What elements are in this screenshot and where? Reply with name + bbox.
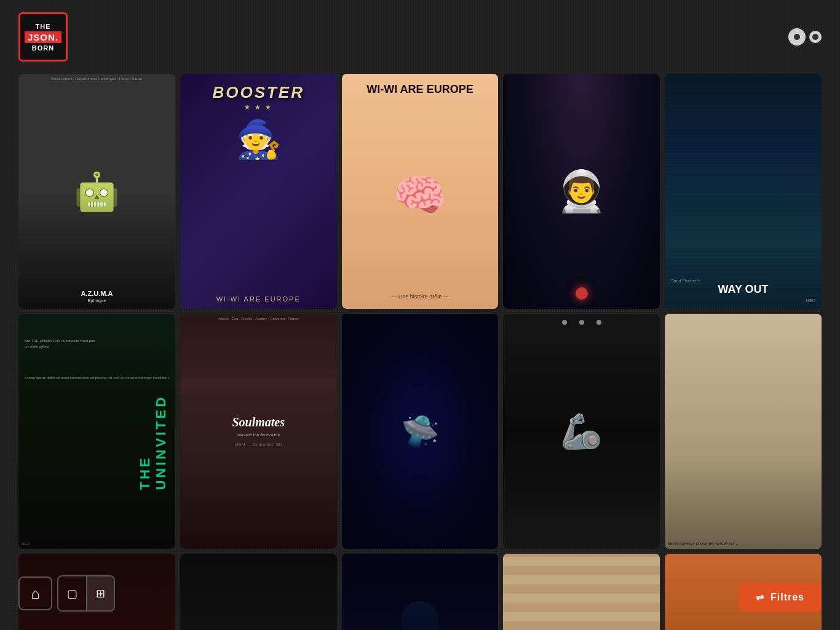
booster-bottom: WI-WI ARE EUROPE (216, 295, 301, 303)
way-out-studio: HE/J (671, 298, 815, 303)
astronaut-orb (576, 287, 588, 300)
nest-visual: ION PROJECT NEST 🔵 (342, 554, 499, 630)
robot-stand-icon: 🦾 (560, 412, 603, 452)
view-grid-button[interactable]: ⊞ (86, 576, 114, 610)
view-toggle: ▢ ⊞ (57, 575, 115, 612)
soulmates-visual: Alexia · Eva · Aurélie · Audrey · Calver… (180, 314, 337, 549)
card-way-out[interactable]: Sand Fischeri's WAY OUT HE/J (665, 74, 822, 309)
uninvited-studio: HE/J (22, 542, 30, 546)
booster-char: 🧙 (236, 118, 282, 161)
left-pupil (794, 34, 800, 40)
david-visual: DAVID VS GOLIATH (180, 554, 337, 630)
card-azuma[interactable]: Brest-Lorient / Département Numérique / … (18, 74, 175, 309)
robot-stand-visual: 🦾 (503, 314, 660, 549)
view-single-icon: ▢ (67, 587, 77, 600)
booster-subtitle: ★ ★ ★ (244, 103, 272, 111)
wiwi-visual: WI-WI ARE EUROPE 🧠 — Une histoire drôle … (342, 74, 499, 309)
wiwi-char: 🧠 (393, 170, 446, 220)
home-button[interactable]: ⌂ (18, 576, 52, 610)
uninvited-visual: Sur THE UNINVITED, la curiosité n'est pa… (18, 314, 175, 549)
desert-visual: lâché quelque chose de terrible sur... (665, 314, 822, 549)
right-pupil (812, 34, 818, 40)
card-david[interactable]: DAVID VS GOLIATH (180, 554, 337, 630)
card-desert[interactable]: lâché quelque chose de terrible sur... (665, 314, 822, 549)
dark-ship-visual: 🛸 (342, 314, 499, 549)
way-out-visual: Sand Fischeri's WAY OUT HE/J (665, 74, 822, 309)
azuma-subtitle: Épilogue (88, 298, 106, 303)
robot-stand-lights (562, 320, 601, 325)
card-nest[interactable]: ION PROJECT NEST 🔵 (342, 554, 499, 630)
soulmates-sub: Invoque ton âme-sœur (237, 433, 280, 437)
filtres-icon: ⇌ (756, 591, 764, 603)
view-single-button[interactable]: ▢ (58, 576, 86, 610)
booster-title: BOOSTER (212, 83, 304, 102)
right-eye (809, 31, 822, 43)
azuma-overlay: A.Z.U.M.A Épilogue (18, 74, 175, 309)
soulmates-studio: HE/J — Animation 3D (235, 442, 282, 447)
soulmates-title: Soulmates (232, 415, 285, 429)
view-grid-icon: ⊞ (96, 587, 105, 600)
astronaut-icon: 👨‍🚀 (557, 168, 606, 215)
booster-visual: BOOSTER ★ ★ ★ 🧙 WI-WI ARE EUROPE (180, 74, 337, 309)
uninvited-text: Sur THE UNINVITED, la curiosité n'est pa… (25, 338, 98, 349)
dark-ship-icon: 🛸 (401, 413, 439, 449)
home-icon: ⌂ (31, 585, 40, 602)
card-wiwi[interactable]: WI-WI ARE EUROPE 🧠 — Une histoire drôle … (342, 74, 499, 309)
card-booster[interactable]: BOOSTER ★ ★ ★ 🧙 WI-WI ARE EUROPE (180, 74, 337, 309)
card-soulmates[interactable]: Alexia · Eva · Aurélie · Audrey · Calver… (180, 314, 337, 549)
logo[interactable]: THE JSON. BORN (18, 12, 68, 62)
astronaut-visual: 👨‍🚀 (503, 74, 660, 309)
logo-line3: BORN (32, 44, 54, 52)
desert-caption: lâché quelque chose de terrible sur... (668, 541, 818, 546)
card-grid: Brest-Lorient / Département Numérique / … (0, 74, 840, 630)
avatar-eyes (788, 28, 822, 46)
header: THE JSON. BORN (0, 0, 840, 74)
way-out-brand: Sand Fischeri's (671, 279, 815, 283)
wiwi-bottom: — Une histoire drôle — (391, 293, 449, 300)
header-icons (788, 28, 822, 46)
way-out-title: WAY OUT (671, 283, 815, 296)
soulmates-authors: Alexia · Eva · Aurélie · Audrey · Calver… (183, 317, 334, 321)
wiwi-title: WI-WI ARE EUROPE (367, 83, 473, 97)
brave-visual: BRAVE (503, 554, 660, 630)
card-dark-ship[interactable]: 🛸 (342, 314, 499, 549)
filtres-button[interactable]: ⇌ Filtres (739, 583, 822, 612)
card-brave[interactable]: BRAVE (503, 554, 660, 630)
azuma-title: A.Z.U.M.A (81, 290, 113, 297)
card-uninvited[interactable]: Sur THE UNINVITED, la curiosité n'est pa… (18, 314, 175, 549)
card-astronaut[interactable]: 👨‍🚀 (503, 74, 660, 309)
left-eye (788, 28, 806, 46)
card-robot-stand[interactable]: 🦾 (503, 314, 660, 549)
filtres-label: Filtres (771, 592, 804, 603)
bottom-nav: ⌂ ▢ ⊞ (18, 575, 115, 612)
logo-line1: THE (36, 23, 51, 30)
way-out-content: Sand Fischeri's WAY OUT HE/J (665, 279, 822, 303)
uninvited-title: THE UNINVITED (137, 373, 169, 490)
logo-line2: JSON. (25, 31, 61, 43)
